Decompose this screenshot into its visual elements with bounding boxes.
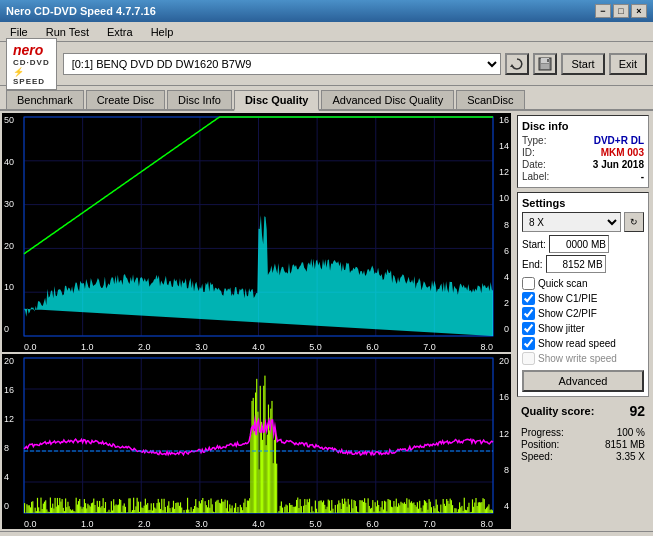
disc-id-row: ID: MKM 003 [522,147,644,158]
quality-score-value: 92 [629,403,645,419]
tab-benchmark[interactable]: Benchmark [6,90,84,109]
header: nero CD·DVD⚡SPEED [0:1] BENQ DVD DD DW16… [0,42,653,86]
speed-label: Speed: [521,451,553,462]
bottom-chart-y-left: 201612840 [2,354,24,513]
tab-disc-info[interactable]: Disc Info [167,90,232,109]
show-jitter-row: Show jitter [522,322,644,335]
bottom-chart-y-right: 20161284 [493,354,511,513]
top-chart: 50403020100 1614121086420 0.01.02.03.04.… [2,113,511,352]
save-icon [538,57,552,71]
quick-scan-label: Quick scan [538,278,587,289]
save-button[interactable] [533,53,557,75]
show-write-speed-row: Show write speed [522,352,644,365]
position-label: Position: [521,439,559,450]
top-chart-y-left: 50403020100 [2,113,24,336]
main-content: 50403020100 1614121086420 0.01.02.03.04.… [0,111,653,531]
disc-type-row: Type: DVD+R DL [522,135,644,146]
title-bar: Nero CD-DVD Speed 4.7.7.16 − □ × [0,0,653,22]
end-label: End: [522,259,543,270]
show-c1pie-row: Show C1/PIE [522,292,644,305]
start-label: Start: [522,239,546,250]
quick-scan-checkbox[interactable] [522,277,535,290]
speed-value: 3.35 X [616,451,645,462]
menu-extra[interactable]: Extra [101,24,139,40]
disc-id-label: ID: [522,147,535,158]
svg-rect-3 [541,64,549,69]
show-c1pie-checkbox[interactable] [522,292,535,305]
show-jitter-label: Show jitter [538,323,585,334]
progress-value: 100 % [617,427,645,438]
menu-help[interactable]: Help [145,24,180,40]
bottom-chart-x-axis: 0.01.02.03.04.05.06.07.08.0 [24,519,493,529]
progress-row: Progress: 100 % [521,427,645,438]
start-button[interactable]: Start [561,53,604,75]
disc-label-value: - [641,171,644,182]
progress-label: Progress: [521,427,564,438]
drive-selector: [0:1] BENQ DVD DD DW1620 B7W9 Start Exit [63,53,647,75]
bottom-chart-canvas [2,354,511,529]
settings-title: Settings [522,197,644,209]
disc-date-row: Date: 3 Jun 2018 [522,159,644,170]
right-panel: Disc info Type: DVD+R DL ID: MKM 003 Dat… [513,111,653,531]
disc-info-panel: Disc info Type: DVD+R DL ID: MKM 003 Dat… [517,115,649,188]
show-c2pif-row: Show C2/PIF [522,307,644,320]
show-c2pif-checkbox[interactable] [522,307,535,320]
exit-button[interactable]: Exit [609,53,647,75]
top-chart-canvas [2,113,511,352]
speed-dropdown[interactable]: 8 X [522,212,621,232]
window-controls: − □ × [595,4,647,18]
disc-id-value: MKM 003 [601,147,644,158]
quality-score-row: Quality score: 92 [517,401,649,421]
show-read-speed-label: Show read speed [538,338,616,349]
end-row: End: [522,255,644,273]
progress-panel: Progress: 100 % Position: 8151 MB Speed:… [517,425,649,465]
stats-bar: PI Errors Average: 3.51 Maximum: 25 Tota… [0,531,653,536]
speed-row: Speed: 3.35 X [521,451,645,462]
disc-date-label: Date: [522,159,546,170]
disc-info-title: Disc info [522,120,644,132]
quick-scan-row: Quick scan [522,277,644,290]
start-row: Start: [522,235,644,253]
position-row: Position: 8151 MB [521,439,645,450]
nero-logo: nero CD·DVD⚡SPEED [6,38,57,90]
tab-bar: Benchmark Create Disc Disc Info Disc Qua… [0,86,653,111]
end-input[interactable] [546,255,606,273]
show-write-speed-label: Show write speed [538,353,617,364]
show-read-speed-checkbox[interactable] [522,337,535,350]
quality-label: Quality score: [521,405,594,417]
close-button[interactable]: × [631,4,647,18]
position-value: 8151 MB [605,439,645,450]
speed-refresh-button[interactable]: ↻ [624,212,644,232]
window-title: Nero CD-DVD Speed 4.7.7.16 [6,5,156,17]
tab-create-disc[interactable]: Create Disc [86,90,165,109]
disc-date-value: 3 Jun 2018 [593,159,644,170]
tab-scan-disc[interactable]: ScanDisc [456,90,524,109]
show-c2pif-label: Show C2/PIF [538,308,597,319]
top-chart-y-right: 1614121086420 [493,113,511,336]
drive-dropdown[interactable]: [0:1] BENQ DVD DD DW1620 B7W9 [63,53,502,75]
show-read-speed-row: Show read speed [522,337,644,350]
maximize-button[interactable]: □ [613,4,629,18]
disc-label-label: Label: [522,171,549,182]
show-c1pie-label: Show C1/PIE [538,293,597,304]
show-write-speed-checkbox [522,352,535,365]
tab-advanced-disc-quality[interactable]: Advanced Disc Quality [321,90,454,109]
refresh-icon [510,57,524,71]
disc-type-label: Type: [522,135,546,146]
speed-row: 8 X ↻ [522,212,644,232]
svg-rect-4 [547,59,549,62]
menu-bar: File Run Test Extra Help [0,22,653,42]
tab-disc-quality[interactable]: Disc Quality [234,90,320,111]
disc-type-value: DVD+R DL [594,135,644,146]
refresh-button[interactable] [505,53,529,75]
bottom-chart: 201612840 20161284 0.01.02.03.04.05.06.0… [2,354,511,529]
start-input[interactable] [549,235,609,253]
show-jitter-checkbox[interactable] [522,322,535,335]
svg-marker-0 [510,64,514,67]
disc-label-row: Label: - [522,171,644,182]
top-chart-x-axis: 0.01.02.03.04.05.06.07.08.0 [24,342,493,352]
advanced-button[interactable]: Advanced [522,370,644,392]
settings-panel: Settings 8 X ↻ Start: End: Quick scan [517,192,649,397]
minimize-button[interactable]: − [595,4,611,18]
